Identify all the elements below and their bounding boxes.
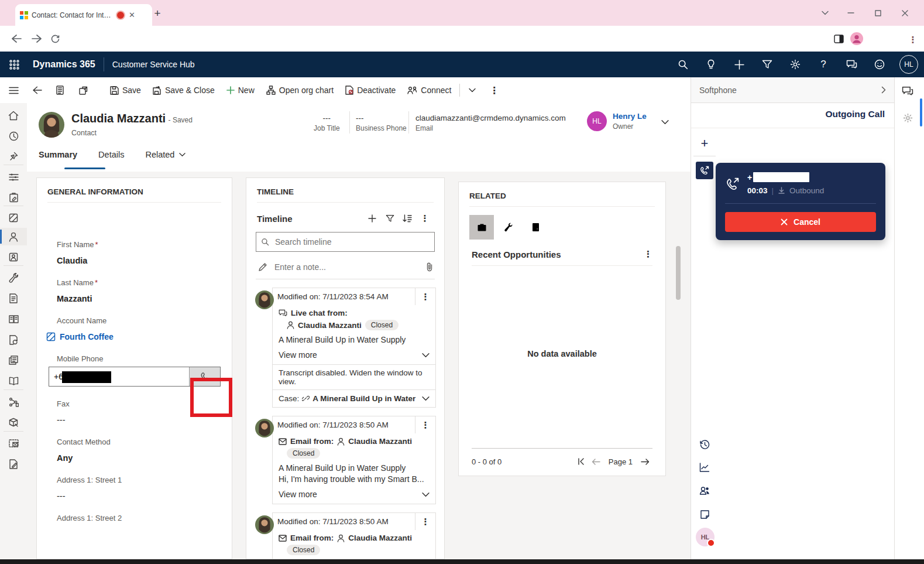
entry-more-dots-icon[interactable]: ⋮ [415, 416, 435, 433]
window-close-button[interactable] [896, 5, 913, 21]
quick-create-plus-icon[interactable] [725, 52, 753, 77]
browser-forward-button[interactable] [28, 30, 44, 47]
connect-button[interactable]: Connect [401, 77, 457, 103]
panel-settings-gear-icon[interactable] [901, 111, 914, 124]
timeline-entry[interactable]: Modified on: 7/11/2023 8:50 AM ⋮ Email f… [272, 416, 436, 504]
chevron-down-icon[interactable] [422, 396, 430, 401]
sidebar-article-sync-icon[interactable] [0, 331, 27, 348]
new-tab-button[interactable]: + [151, 7, 164, 20]
sidebar-home-icon[interactable] [0, 107, 27, 124]
related-tab-cases-wrench-icon[interactable] [496, 215, 521, 240]
contact-method-value[interactable]: Any [57, 453, 221, 463]
related-tab-documents-icon[interactable] [523, 215, 548, 240]
timeline-entry[interactable]: Modified on: 7/11/2023 8:50 AM ⋮ Email f… [272, 512, 436, 559]
timeline-sort-icon[interactable] [399, 211, 416, 226]
sidebar-social-profiles-icon[interactable] [0, 248, 27, 266]
new-button[interactable]: New [221, 77, 260, 103]
save-button[interactable]: Save [104, 77, 147, 103]
sidebar-email-templates-icon[interactable] [0, 435, 27, 452]
timeline-add-icon[interactable] [363, 211, 381, 226]
cancel-call-button[interactable]: Cancel [725, 212, 876, 232]
tab-close-icon[interactable]: ✕ [129, 11, 135, 19]
address1-street1-value[interactable]: --- [57, 491, 221, 501]
site-map-hamburger-icon[interactable] [0, 77, 27, 103]
commands-chevron-down-icon[interactable] [462, 77, 482, 103]
feedback-smiley-icon[interactable] [865, 52, 894, 77]
conversations-chat-icon[interactable] [900, 83, 915, 98]
app-name[interactable]: Customer Service Hub [112, 60, 195, 69]
softphone-panel-header[interactable]: Softphone [691, 77, 894, 103]
browser-refresh-button[interactable] [47, 30, 63, 47]
related-tab-opportunities-icon[interactable] [469, 215, 494, 240]
lightbulb-icon[interactable] [697, 52, 725, 77]
help-icon[interactable]: ? [809, 52, 837, 77]
timeline-note-row[interactable] [256, 255, 435, 279]
next-page-icon[interactable] [637, 456, 652, 467]
dynamics-brand[interactable]: Dynamics 365 [33, 59, 95, 70]
go-back-icon[interactable] [27, 77, 48, 103]
tab-related-chevron-icon[interactable] [179, 152, 186, 157]
header-field-job-title[interactable]: --- Job Title [314, 114, 340, 132]
browser-tab[interactable]: Contact: Contact for Interact ✕ [15, 4, 152, 26]
filter-icon[interactable] [753, 52, 781, 77]
tab-summary[interactable]: Summary [39, 150, 77, 159]
contact-photo-avatar[interactable] [39, 112, 64, 138]
first-page-icon[interactable] [573, 456, 589, 467]
sidebar-products-icon[interactable] [0, 413, 27, 431]
owner-field[interactable]: HL Henry Le Owner [587, 111, 647, 131]
sidebar-pinned-icon[interactable] [0, 148, 27, 165]
note-input[interactable] [273, 262, 421, 272]
browser-profile-avatar[interactable] [849, 30, 865, 47]
form-selector-icon[interactable] [48, 77, 71, 103]
save-and-close-button[interactable]: Save & Close [147, 77, 221, 103]
entry-subject[interactable]: A Mineral Build Up in Water Supply [279, 463, 430, 473]
softphone-analytics-icon[interactable] [696, 459, 713, 476]
header-expand-chevron-icon[interactable] [658, 115, 672, 129]
owner-name[interactable]: Henry Le [613, 112, 647, 121]
related-more-dots-icon[interactable]: ⋮ [644, 249, 652, 259]
account-name-value[interactable]: Fourth Coffee [60, 332, 114, 341]
softphone-outgoing-call-tab-icon[interactable] [696, 162, 713, 179]
main-scrollbar-thumb[interactable] [676, 246, 681, 300]
update-menu-dots-icon[interactable]: ⋮ [908, 33, 918, 46]
entry-more-dots-icon[interactable]: ⋮ [415, 288, 435, 305]
window-minimize-button[interactable] [843, 5, 859, 21]
timeline-entry[interactable]: Modified on: 7/11/2023 8:54 AM ⋮ Live ch… [272, 288, 436, 408]
sidebar-dashboards-icon[interactable] [0, 168, 27, 186]
softphone-contacts-icon[interactable] [696, 482, 713, 500]
last-name-value[interactable]: Mazzanti [57, 294, 221, 303]
window-maximize-button[interactable] [870, 5, 886, 21]
sidebar-activities-icon[interactable] [0, 189, 27, 206]
entry-more-dots-icon[interactable]: ⋮ [415, 513, 435, 530]
browser-back-button[interactable] [8, 30, 25, 47]
entry-case-row[interactable]: Case: A Mineral Build Up in Water S... [273, 389, 435, 407]
timeline-search-input[interactable] [274, 237, 430, 247]
timeline-search-box[interactable] [256, 232, 435, 252]
sidebar-cases-icon[interactable] [0, 269, 27, 286]
view-more-row[interactable]: View more [279, 350, 430, 360]
panel-scrollbar-thumb[interactable] [920, 98, 922, 127]
first-name-value[interactable]: Claudia [57, 256, 221, 265]
more-commands-dots-icon[interactable]: ⋮ [482, 77, 506, 103]
timeline-filter-icon[interactable] [381, 211, 399, 226]
sidebar-document-edit-icon[interactable] [0, 455, 27, 473]
case-link[interactable]: A Mineral Build Up in Water S... [312, 394, 416, 403]
sidebar-articles-copy-icon[interactable] [0, 351, 27, 369]
previous-page-icon[interactable] [589, 456, 604, 467]
entry-person[interactable]: Claudia Mazzanti [348, 534, 412, 542]
account-name-link[interactable]: Fourth Coffee [46, 332, 221, 341]
sidebar-entitlements-icon[interactable] [0, 393, 27, 411]
attach-paperclip-icon[interactable] [427, 262, 432, 272]
softphone-notes-icon[interactable] [696, 505, 713, 523]
softphone-user-avatar[interactable]: HL [696, 528, 715, 546]
deactivate-button[interactable]: Deactivate [339, 77, 401, 103]
entry-subject[interactable]: A Mineral Build Up in Water Supply [279, 335, 430, 344]
entry-person[interactable]: Claudia Mazzanti [348, 437, 412, 446]
tab-related[interactable]: Related [145, 150, 174, 159]
tab-search-chevron-icon[interactable] [817, 5, 833, 21]
header-field-business-phone[interactable]: --- Business Phone [356, 114, 407, 132]
waffle-menu-icon[interactable] [0, 52, 28, 77]
open-in-new-window-icon[interactable] [71, 77, 95, 103]
collapse-panel-chevron-icon[interactable] [881, 86, 886, 94]
sidebar-accounts-icon[interactable] [0, 209, 27, 227]
